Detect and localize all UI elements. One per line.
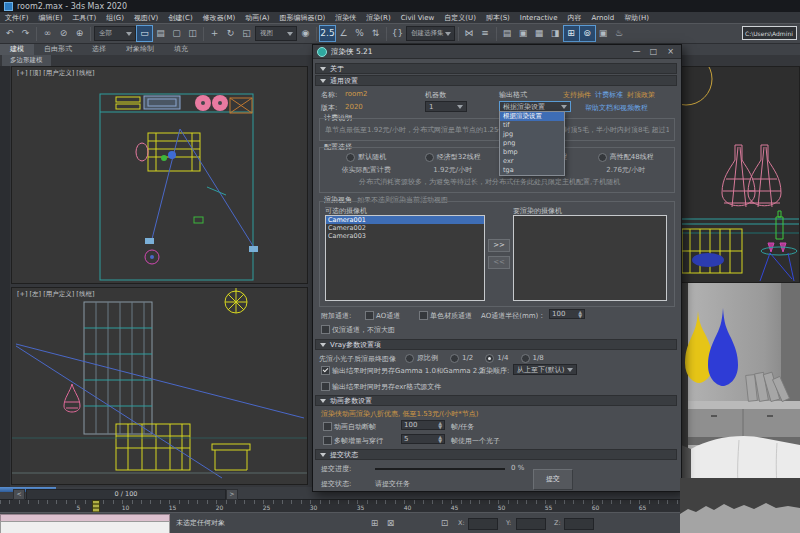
rollout-animation[interactable]: 动画参数设置 [315,395,677,406]
next-frame-button[interactable]: > [226,489,238,500]
format-option[interactable]: jpg [500,130,564,139]
ratio-option[interactable]: 原比例 [405,353,438,363]
ribbon-tab[interactable]: 建模 [0,44,34,55]
window-titlebar[interactable]: room2.max - 3ds Max 2020 [0,0,800,12]
select-link-icon[interactable]: ∞ [40,26,55,41]
ribbon-tab[interactable]: 填充 [164,44,198,55]
material-editor-icon[interactable]: ⊞ [564,26,579,41]
angle-snap-icon[interactable]: ∠ [336,26,351,41]
ribbon-tab[interactable]: 自由形式 [34,44,82,55]
默认随机[interactable]: 默认随机 依实际配置计费 [323,152,410,175]
named-sets-icon[interactable]: {} [390,26,405,41]
bind-spacewarp-icon[interactable]: ⊕ [72,26,87,41]
support-plugins-link[interactable]: 支持插件 [563,90,591,100]
ribbon-tab[interactable]: 选择 [82,44,116,55]
viewport-rendered[interactable] [681,283,800,485]
ao-channel-checkbox[interactable] [365,311,374,320]
viewport-bottom[interactable]: [+] [左] [用户定义] [线框] [11,287,308,485]
ao-radius-spinner[interactable]: 100 ▲▼ [549,309,585,319]
render-icon[interactable]: ♨ [612,26,627,41]
icon[interactable] [386,27,387,41]
project-path-box[interactable]: C:\Users\Admini [742,26,797,40]
select-by-name-icon[interactable]: ▤ [153,26,168,41]
autoframe-checkbox[interactable] [323,422,332,431]
snap-toggle-icon[interactable]: 2.5 [320,26,335,41]
menu-item[interactable]: 文件(F) [0,13,34,23]
menu-item[interactable]: 脚本(S) [481,13,515,23]
spinner-snap-icon[interactable]: ⇅ [368,26,383,41]
ratio-option[interactable]: 1/2 [450,354,473,363]
menu-item[interactable]: 组(G) [101,13,129,23]
menu-item[interactable]: 工具(T) [67,13,101,23]
menu-item[interactable]: 创建(C) [163,13,197,23]
pivot-icon[interactable]: ◉ [298,26,313,41]
frame-counter[interactable]: 0 / 100 [26,489,226,500]
rollout-submit[interactable]: 提交状态 [315,449,677,460]
menu-item[interactable]: 视图(V) [129,13,163,23]
only-channels-checkbox[interactable] [321,325,330,334]
help-docs-link[interactable]: 帮助文档和视频教程 [585,103,648,113]
Camera003[interactable]: Camera003 [326,232,484,240]
add-camera-button[interactable]: >> [488,239,510,252]
scale-icon[interactable]: ◱ [239,26,254,41]
named-sets-dropdown[interactable]: 创建选择集 [406,26,455,41]
gamma-checkbox[interactable] [321,366,330,375]
maxscript-listener-input[interactable] [0,521,170,533]
machines-dropdown[interactable]: 1 [425,101,467,112]
spinner-arrows-icon[interactable]: ▲▼ [438,435,442,443]
multiframe-checkbox[interactable] [323,436,332,445]
autoframe-spinner[interactable]: 100 ▲▼ [401,420,445,430]
ref-coord-dropdown[interactable]: 视图 [255,26,297,41]
menu-item[interactable]: Arnold [587,14,620,22]
unlink-icon[interactable]: ⊘ [56,26,71,41]
price-cap-link[interactable]: 封顶政策 [627,90,655,100]
mono-material-checkbox[interactable] [419,311,428,320]
curve-editor-icon[interactable]: ▦ [532,26,547,41]
rotate-icon[interactable]: ↻ [223,26,238,41]
prev-frame-button[interactable]: < [13,489,25,500]
remove-camera-button[interactable]: << [488,256,510,269]
move-icon[interactable]: + [207,26,222,41]
render-order-dropdown[interactable]: 从上至下(默认) [513,364,577,375]
format-option[interactable]: png [500,139,564,148]
menu-item[interactable]: 自定义(U) [439,13,481,23]
selection-filter-dropdown[interactable]: 全部 [94,26,136,41]
selection-lock-icon[interactable]: ⊠ [384,517,397,530]
Camera001[interactable]: Camera001 [326,216,484,224]
经济型32线程[interactable]: 经济型32线程 1.92元/小时 [410,152,497,175]
rendered-frame-icon[interactable]: ▣ [596,26,611,41]
render-setup-icon[interactable]: ⊚ [580,26,595,41]
viewport-top[interactable]: [+] [顶] [用户定义] [线框] [11,66,308,284]
menu-item[interactable]: 修改器(M) [198,13,241,23]
ratio-option[interactable]: 1/4 [485,354,508,363]
x-coord-field[interactable] [468,518,498,530]
icon[interactable] [203,27,204,41]
viewport-right[interactable] [681,66,800,283]
format-option[interactable]: 根据渲染设置 [500,112,564,121]
menu-item[interactable]: 动画(A) [240,13,274,23]
Camera002[interactable]: Camera002 [326,224,484,232]
selected-cameras-list[interactable] [513,215,667,301]
mirror-icon[interactable]: ⋈ [462,26,477,41]
billing-standard-link[interactable]: 计费标准 [595,90,623,100]
undo-icon[interactable]: ↶ [2,26,17,41]
menu-item[interactable]: 渲染侠 [330,13,361,23]
multiframe-spinner[interactable]: 5 ▲▼ [401,434,445,444]
menu-item[interactable]: 帮助(H) [619,13,654,23]
schematic-view-icon[interactable]: ◨ [548,26,563,41]
ribbon-subtab-polymodeling[interactable]: 多边形建模 [2,55,51,66]
z-coord-field[interactable] [564,518,594,530]
高性配48线程[interactable]: 高性配48线程 2.76元/小时 [583,152,670,175]
icon[interactable] [36,27,37,41]
scene-explorer-icon[interactable]: ▤ [500,26,515,41]
icon[interactable] [496,27,497,41]
menu-item[interactable]: Civil View [396,14,440,22]
rollout-general[interactable]: 通用设置 [315,75,677,86]
format-option[interactable]: tif [500,121,564,130]
align-icon[interactable]: ≡ [478,26,493,41]
rollout-about[interactable]: 关于 [315,63,677,74]
format-option[interactable]: exr [500,157,564,166]
minimize-button[interactable]: — [630,47,643,56]
format-option[interactable]: tga [500,166,564,175]
dialog-titlebar[interactable]: 渲染侠 5.21 — □ × [313,45,681,59]
